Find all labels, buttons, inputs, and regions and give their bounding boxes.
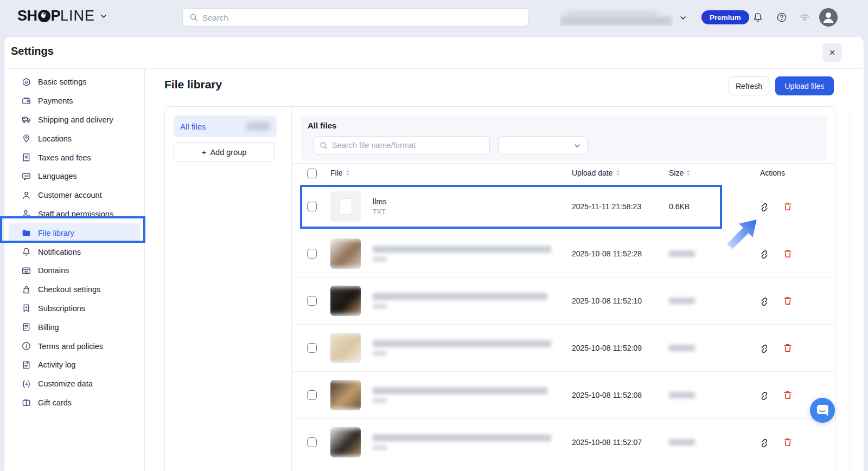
sort-icon[interactable] [346, 170, 350, 176]
copy-link-icon[interactable] [759, 390, 770, 401]
copy-link-icon[interactable] [759, 295, 770, 306]
domains-icon [22, 266, 31, 275]
file-format-redacted [373, 398, 387, 403]
sidebar-item-domains[interactable]: Domains [9, 261, 140, 280]
file-meta [373, 435, 551, 450]
copy-link-icon[interactable] [759, 248, 770, 259]
file-format: TXT [373, 208, 387, 216]
chat-bubble-icon [810, 398, 835, 423]
wifi-status-icon[interactable] [799, 12, 810, 23]
text-file-icon [339, 198, 352, 215]
row-checkbox[interactable] [307, 343, 317, 353]
row-checkbox[interactable] [307, 390, 317, 400]
sidebar-item-customize-data[interactable]: A Customize data [9, 375, 140, 393]
store-switcher[interactable] [560, 9, 689, 26]
sidebar-item-label: Taxes and fees [38, 153, 91, 162]
file-thumbnail [330, 286, 361, 316]
row-checkbox[interactable] [307, 202, 317, 211]
sidebar-item-billing[interactable]: Billing [9, 318, 140, 337]
type-filter-dropdown[interactable] [499, 136, 588, 154]
user-avatar[interactable] [819, 8, 838, 27]
topbar: SHPLINE Premium [0, 0, 868, 35]
sidebar-item-gift-cards[interactable]: Gift cards [9, 393, 140, 412]
sidebar-item-languages[interactable]: EN Languages [9, 167, 140, 186]
shopline-logo-text: SHPLINE [17, 8, 95, 24]
delete-icon[interactable] [782, 343, 793, 353]
global-search[interactable] [182, 8, 529, 27]
copy-link-icon[interactable] [759, 437, 770, 448]
table-row-5: 2025-10-08 11:52:08 [292, 372, 835, 419]
sidebar-item-taxes-and-fees[interactable]: Taxes and fees [9, 148, 140, 167]
sidebar-item-file-library[interactable]: File library [9, 223, 140, 242]
copy-link-icon[interactable] [759, 201, 770, 212]
sidebar-item-activity-log[interactable]: Activity log [9, 356, 140, 375]
copy-link-icon[interactable] [759, 343, 770, 353]
group-tab-all-files[interactable]: All files [174, 115, 277, 137]
file-name-redacted [373, 388, 547, 395]
store-chevron-down-icon[interactable] [680, 15, 686, 21]
sidebar-item-terms-and-policies[interactable]: Terms and policies [9, 337, 140, 356]
file-thumbnail [330, 238, 361, 269]
sidebar-item-label: Locations [38, 134, 72, 143]
table-row-1: llms TXT 2025-11-11 21:58:23 0.6KB [292, 183, 835, 230]
sort-icon[interactable] [686, 170, 691, 176]
chevron-down-icon [100, 13, 107, 20]
payments-icon [22, 96, 31, 106]
sidebar-item-customer-account[interactable]: Customer account [9, 186, 140, 205]
sidebar-item-locations[interactable]: Locations [9, 129, 140, 148]
file-format-redacted [373, 304, 387, 309]
sort-icon[interactable] [616, 170, 620, 176]
sidebar-item-basic-settings[interactable]: Basic settings [9, 73, 140, 92]
checkout-icon [22, 285, 31, 294]
delete-icon[interactable] [782, 201, 793, 212]
staff-icon [22, 209, 31, 218]
file-size-redacted [669, 439, 695, 446]
file-size-redacted [669, 298, 695, 304]
sidebar-item-staff-and-permissions[interactable]: Staff and permissions [9, 205, 140, 224]
help-icon[interactable] [776, 12, 787, 23]
delete-icon[interactable] [782, 295, 793, 306]
column-header-file[interactable]: File [330, 169, 350, 177]
shipping-icon [22, 115, 31, 124]
column-header-size[interactable]: Size [669, 169, 691, 177]
file-search[interactable] [314, 136, 490, 154]
file-search-input[interactable] [332, 141, 484, 150]
delete-icon[interactable] [782, 437, 793, 448]
sidebar-item-payments[interactable]: Payments [9, 92, 140, 111]
column-header-actions: Actions [760, 169, 785, 177]
file-meta [373, 246, 551, 262]
row-checkbox[interactable] [307, 437, 317, 447]
svg-text:A: A [25, 382, 28, 386]
file-table-zone: All files File Upload date Size Actions … [292, 107, 835, 471]
refresh-button[interactable]: Refresh [729, 76, 769, 95]
customer-icon [22, 191, 31, 200]
delete-icon[interactable] [782, 248, 793, 259]
sidebar-item-shipping-and-delivery[interactable]: Shipping and delivery [9, 111, 140, 130]
notifications-bell-icon[interactable] [752, 12, 763, 23]
file-name-redacted [373, 293, 547, 300]
premium-badge[interactable]: Premium [701, 10, 749, 24]
close-settings-button[interactable]: × [822, 43, 842, 62]
sidebar-item-checkout-settings[interactable]: Checkout settings [9, 280, 140, 299]
file-rows: llms TXT 2025-11-11 21:58:23 0.6KB 2025-… [292, 183, 835, 466]
global-search-input[interactable] [202, 13, 522, 22]
add-group-button[interactable]: + Add group [174, 143, 275, 162]
page-title: File library [164, 78, 222, 91]
row-checkbox[interactable] [307, 249, 317, 259]
settings-sidebar: Basic settings Payments Shipping and del… [4, 69, 145, 471]
row-checkbox[interactable] [307, 296, 317, 306]
sidebar-item-label: Gift cards [38, 398, 72, 407]
upload-files-button[interactable]: Upload files [775, 76, 834, 95]
sidebar-item-subscriptions[interactable]: Subscriptions [9, 299, 140, 318]
scroll-gutter-line [850, 108, 850, 471]
select-all-checkbox[interactable] [307, 169, 317, 178]
column-header-upload-date[interactable]: Upload date [572, 169, 620, 177]
settings-title: Settings [11, 45, 54, 57]
image-thumbnail-redacted [330, 382, 361, 409]
billing-icon [22, 322, 31, 332]
sidebar-item-notifications[interactable]: Notifications [9, 242, 140, 261]
sidebar-item-label: Notifications [38, 248, 81, 256]
shopline-logo[interactable]: SHPLINE [17, 8, 107, 24]
chat-widget-button[interactable] [810, 398, 835, 423]
delete-icon[interactable] [782, 390, 793, 401]
